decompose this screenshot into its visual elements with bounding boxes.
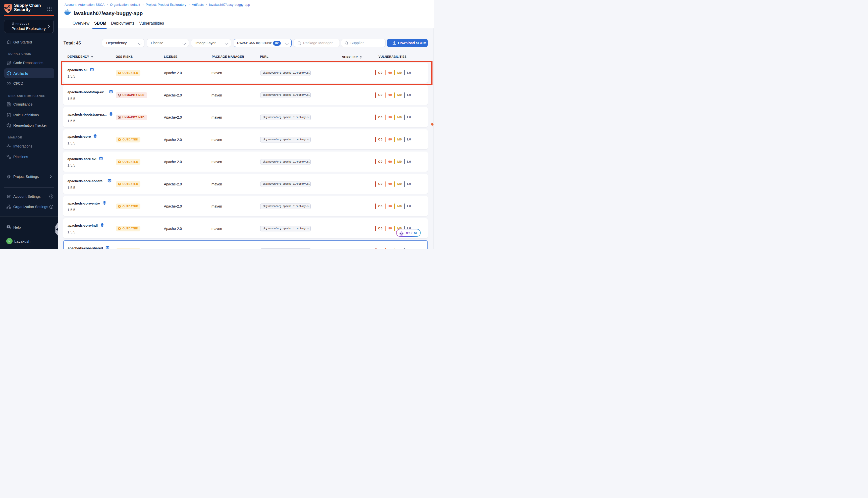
svg-text:?: ? — [8, 226, 9, 228]
